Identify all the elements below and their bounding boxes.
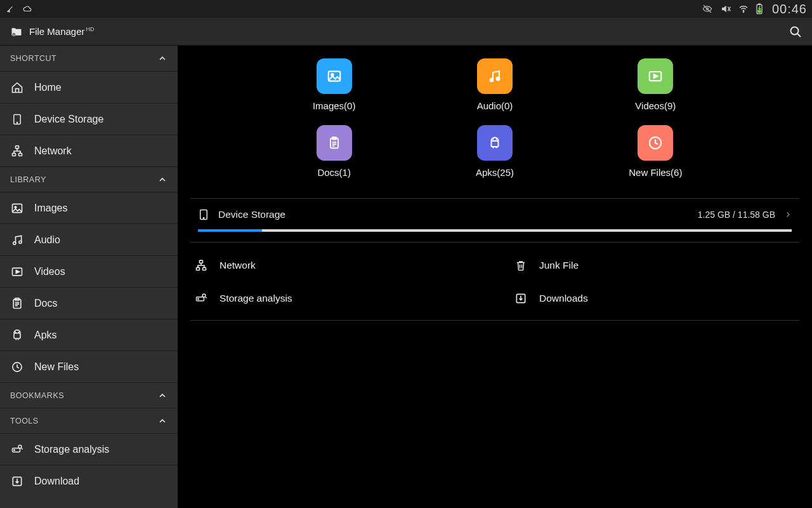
- svg-point-16: [19, 241, 22, 243]
- sidebar-item-label: Home: [34, 82, 62, 93]
- folder-gear-icon: [9, 25, 24, 38]
- tile-newfiles: [638, 125, 673, 161]
- storage-row[interactable]: Device Storage 1.25 GB / 11.58 GB: [190, 198, 799, 243]
- sidebar-section-tools[interactable]: TOOLS: [0, 408, 178, 433]
- android-icon: [10, 329, 24, 342]
- category-images[interactable]: Images(0): [254, 58, 414, 111]
- tool-links: Network Junk File Storage analysis Downl…: [190, 254, 799, 321]
- tool-storage-analysis[interactable]: Storage analysis: [194, 292, 476, 305]
- svg-point-24: [18, 445, 22, 448]
- sidebar-item-label: Apks: [34, 330, 57, 341]
- tablet-icon: [198, 208, 209, 222]
- sidebar-item-home[interactable]: Home: [0, 71, 178, 103]
- network-icon: [10, 145, 24, 157]
- sidebar-item-apks[interactable]: Apks: [0, 319, 178, 351]
- download-icon: [10, 475, 24, 488]
- sidebar-item-storage-analysis[interactable]: Storage analysis: [0, 433, 178, 465]
- android-status-bar: 00:46: [0, 0, 812, 18]
- category-audio[interactable]: Audio(0): [414, 58, 575, 111]
- svg-rect-26: [328, 71, 339, 81]
- chevron-up-icon: [157, 416, 167, 426]
- app-header: File ManagerHD: [0, 18, 812, 46]
- tile-audio: [477, 58, 513, 94]
- sidebar-item-network[interactable]: Network: [0, 135, 178, 166]
- tool-network[interactable]: Network: [194, 259, 476, 272]
- tool-label: Downloads: [539, 293, 588, 304]
- category-apks[interactable]: Apks(25): [414, 125, 575, 178]
- svg-point-28: [490, 79, 494, 82]
- main-area: Images(0) Audio(0) Videos(9) Docs(1): [178, 46, 812, 508]
- music-icon: [10, 234, 24, 246]
- svg-rect-12: [19, 153, 22, 156]
- tool-junk-file[interactable]: Junk File: [514, 259, 796, 272]
- chevron-up-icon: [157, 175, 167, 185]
- sidebar-item-device-storage[interactable]: Device Storage: [0, 103, 178, 135]
- sidebar-item-audio[interactable]: Audio: [0, 224, 178, 255]
- chevron-up-icon: [157, 53, 167, 64]
- sidebar-item-images[interactable]: Images: [0, 192, 178, 224]
- sidebar-header-label: SHORTCUT: [10, 54, 56, 63]
- battery-charging-icon: [756, 3, 763, 15]
- category-videos[interactable]: Videos(9): [575, 58, 736, 111]
- svg-rect-11: [13, 153, 16, 156]
- app-name-text: File Manager: [29, 26, 85, 37]
- sidebar-section-shortcut[interactable]: SHORTCUT: [0, 46, 178, 71]
- tool-label: Junk File: [539, 260, 579, 271]
- sidebar-section-library[interactable]: LIBRARY: [0, 166, 178, 192]
- svg-point-15: [13, 241, 16, 244]
- eye-off-icon: [701, 4, 714, 14]
- sidebar-header-label: LIBRARY: [10, 175, 46, 184]
- drive-search-icon: [194, 293, 208, 304]
- svg-point-42: [202, 294, 206, 297]
- storage-progress: [198, 229, 792, 232]
- sidebar-item-label: Audio: [34, 234, 60, 246]
- category-newfiles[interactable]: New Files(6): [575, 125, 736, 178]
- sidebar-item-label: Docs: [34, 298, 57, 309]
- image-icon: [10, 202, 24, 215]
- category-label: Images(0): [313, 100, 356, 111]
- svg-rect-37: [200, 260, 203, 263]
- storage-progress-fill: [198, 229, 262, 232]
- search-button[interactable]: [788, 24, 803, 39]
- status-clock: 00:46: [772, 2, 807, 17]
- svg-rect-33: [491, 141, 498, 147]
- svg-point-23: [14, 450, 15, 451]
- svg-point-6: [13, 34, 15, 35]
- cloud-icon: [22, 4, 33, 13]
- tool-downloads[interactable]: Downloads: [514, 292, 796, 305]
- tool-label: Storage analysis: [219, 293, 292, 304]
- app-badge-text: HD: [86, 26, 95, 32]
- svg-rect-10: [16, 145, 19, 148]
- svg-rect-3: [758, 3, 761, 4]
- svg-point-14: [15, 206, 16, 208]
- storage-label: Device Storage: [218, 209, 285, 220]
- sidebar-item-download[interactable]: Download: [0, 465, 178, 497]
- svg-point-29: [497, 77, 500, 81]
- app-title[interactable]: File ManagerHD: [9, 25, 95, 38]
- svg-point-36: [203, 218, 204, 219]
- svg-point-1: [743, 11, 743, 12]
- clock-icon: [10, 361, 24, 373]
- category-docs[interactable]: Docs(1): [254, 125, 414, 178]
- tablet-icon: [10, 112, 24, 126]
- sidebar-item-newfiles[interactable]: New Files: [0, 351, 178, 382]
- network-icon: [194, 259, 208, 272]
- sidebar-item-docs[interactable]: Docs: [0, 287, 178, 319]
- svg-point-7: [791, 27, 799, 34]
- sidebar-item-label: Images: [34, 203, 67, 214]
- trash-icon: [514, 259, 528, 272]
- sidebar-item-label: Storage analysis: [34, 444, 109, 455]
- sidebar-item-videos[interactable]: Videos: [0, 255, 178, 287]
- download-icon: [514, 292, 528, 305]
- home-icon: [10, 81, 24, 94]
- sidebar-item-label: Download: [34, 476, 79, 487]
- sidebar-section-bookmarks[interactable]: BOOKMARKS: [0, 382, 178, 408]
- video-icon: [10, 265, 24, 278]
- sidebar: SHORTCUT Home Device Storage Network LIB…: [0, 46, 178, 508]
- category-label: Apks(25): [476, 167, 514, 178]
- tool-label: Network: [219, 260, 256, 271]
- svg-point-9: [16, 122, 18, 123]
- mute-icon: [720, 4, 731, 14]
- sidebar-item-label: Network: [34, 145, 72, 157]
- tile-docs: [317, 125, 352, 161]
